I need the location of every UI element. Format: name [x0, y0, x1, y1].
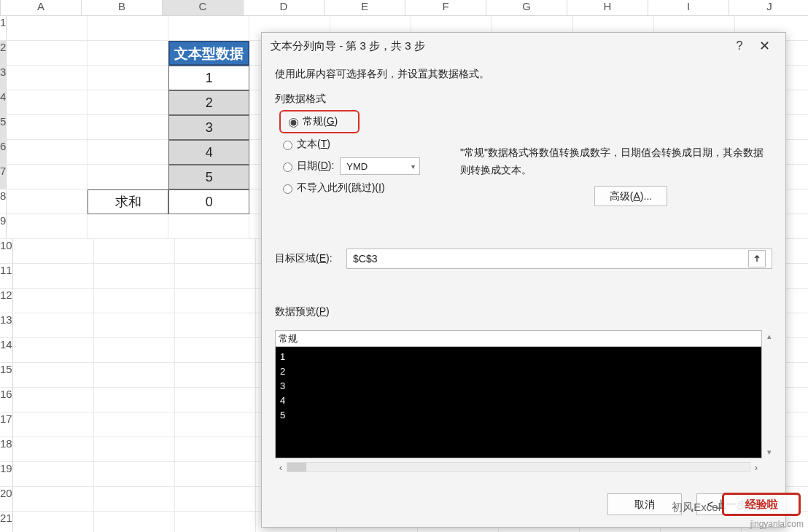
help-button[interactable]: ? — [727, 33, 752, 59]
column-header-F[interactable]: F — [405, 0, 486, 16]
cell-C1[interactable] — [168, 16, 249, 41]
hscroll-thumb[interactable] — [287, 463, 306, 472]
cell-A18[interactable] — [13, 437, 94, 462]
cell-C6[interactable]: 4 — [168, 140, 249, 165]
row-header-2[interactable]: 2 — [0, 41, 7, 66]
row-header-20[interactable]: 20 — [0, 487, 13, 512]
cell-A11[interactable] — [13, 264, 94, 289]
cell-B19[interactable] — [94, 462, 175, 487]
cell-C4[interactable]: 2 — [168, 90, 249, 115]
cell-B8[interactable]: 求和 — [88, 189, 168, 214]
cell-B14[interactable] — [94, 338, 175, 363]
scroll-left-icon[interactable]: ‹ — [275, 462, 287, 473]
cell-B5[interactable] — [88, 115, 168, 140]
row-header-6[interactable]: 6 — [0, 140, 7, 165]
preview-vscroll[interactable]: ▴ ▾ — [764, 332, 775, 457]
radio-general[interactable]: 常规(G) — [279, 110, 360, 133]
cell-A21[interactable] — [13, 512, 94, 532]
row-header-12[interactable]: 12 — [0, 289, 13, 313]
row-header-9[interactable]: 9 — [0, 214, 7, 239]
scroll-right-icon[interactable]: › — [750, 462, 762, 473]
cell-C18[interactable] — [175, 437, 256, 462]
row-header-14[interactable]: 14 — [0, 338, 13, 363]
cell-A6[interactable] — [7, 140, 88, 165]
cell-B17[interactable] — [94, 412, 175, 437]
cell-C10[interactable] — [175, 239, 256, 264]
hscroll-track[interactable] — [287, 462, 750, 472]
cell-B18[interactable] — [94, 437, 175, 462]
column-header-B[interactable]: B — [82, 0, 163, 16]
cell-B16[interactable] — [94, 388, 175, 412]
cell-A10[interactable] — [13, 239, 94, 264]
cancel-button[interactable]: 取消 — [607, 493, 682, 515]
cell-B7[interactable] — [88, 165, 168, 189]
cell-C15[interactable] — [175, 363, 256, 388]
cell-A1[interactable] — [7, 16, 88, 41]
row-header-13[interactable]: 13 — [0, 313, 13, 338]
cell-C13[interactable] — [175, 313, 256, 338]
column-header-H[interactable]: H — [567, 0, 648, 16]
cell-C21[interactable] — [175, 512, 256, 532]
column-header-J[interactable]: J — [729, 0, 808, 16]
cell-B1[interactable] — [88, 16, 168, 41]
cell-B13[interactable] — [94, 313, 175, 338]
cell-A3[interactable] — [7, 66, 88, 90]
range-picker-icon[interactable] — [748, 250, 766, 267]
cell-A17[interactable] — [13, 412, 94, 437]
cell-A12[interactable] — [13, 289, 94, 313]
cell-C14[interactable] — [175, 338, 256, 363]
cell-C7[interactable]: 5 — [168, 165, 249, 189]
radio-skip-input[interactable] — [283, 184, 292, 194]
cell-A9[interactable] — [7, 214, 88, 239]
column-header-I[interactable]: I — [648, 0, 729, 16]
column-header-C[interactable]: C — [163, 0, 244, 16]
cell-C3[interactable]: 1 — [168, 66, 249, 90]
cell-C11[interactable] — [175, 264, 256, 289]
cell-A19[interactable] — [13, 462, 94, 487]
destination-input[interactable]: $C$3 — [346, 249, 772, 269]
cell-B9[interactable] — [88, 214, 168, 239]
cell-C9[interactable] — [168, 214, 249, 239]
cell-C17[interactable] — [175, 412, 256, 437]
cell-C2[interactable]: 文本型数据 — [168, 41, 249, 66]
cell-B2[interactable] — [88, 41, 168, 66]
cell-A8[interactable] — [7, 189, 88, 214]
cell-A4[interactable] — [7, 90, 88, 115]
cell-C8[interactable]: 0 — [168, 189, 249, 214]
row-header-5[interactable]: 5 — [0, 115, 7, 140]
cell-B11[interactable] — [94, 264, 175, 289]
row-header-8[interactable]: 8 — [0, 189, 7, 214]
cell-A14[interactable] — [13, 338, 94, 363]
row-header-4[interactable]: 4 — [0, 90, 7, 115]
row-header-19[interactable]: 19 — [0, 462, 13, 487]
advanced-button[interactable]: 高级(A)... — [594, 186, 667, 206]
date-format-select[interactable]: YMD ▾ — [340, 157, 420, 175]
radio-skip[interactable]: 不导入此列(跳过)(I) — [279, 177, 772, 199]
column-header-A[interactable]: A — [1, 0, 82, 16]
cell-B3[interactable] — [88, 66, 168, 90]
cell-A20[interactable] — [13, 487, 94, 512]
cell-B21[interactable] — [94, 512, 175, 532]
cell-B10[interactable] — [94, 239, 175, 264]
cell-C16[interactable] — [175, 388, 256, 412]
cell-B20[interactable] — [94, 487, 175, 512]
radio-text-input[interactable] — [283, 141, 292, 150]
scroll-up-icon[interactable]: ▴ — [767, 332, 772, 341]
scroll-down-icon[interactable]: ▾ — [767, 447, 772, 457]
cell-A15[interactable] — [13, 363, 94, 388]
row-header-3[interactable]: 3 — [0, 66, 7, 90]
radio-general-input[interactable] — [289, 118, 298, 128]
cell-A16[interactable] — [13, 388, 94, 412]
row-header-15[interactable]: 15 — [0, 363, 13, 388]
row-header-11[interactable]: 11 — [0, 264, 13, 289]
preview-hscroll[interactable]: ‹ › — [275, 460, 762, 474]
radio-date-input[interactable] — [283, 163, 292, 172]
cell-A7[interactable] — [7, 165, 88, 189]
cell-C20[interactable] — [175, 487, 256, 512]
row-header-21[interactable]: 21 — [0, 512, 13, 532]
row-header-10[interactable]: 10 — [0, 239, 13, 264]
cell-B4[interactable] — [88, 90, 168, 115]
row-header-16[interactable]: 16 — [0, 388, 13, 412]
cell-C12[interactable] — [175, 289, 256, 313]
column-header-E[interactable]: E — [325, 0, 405, 16]
